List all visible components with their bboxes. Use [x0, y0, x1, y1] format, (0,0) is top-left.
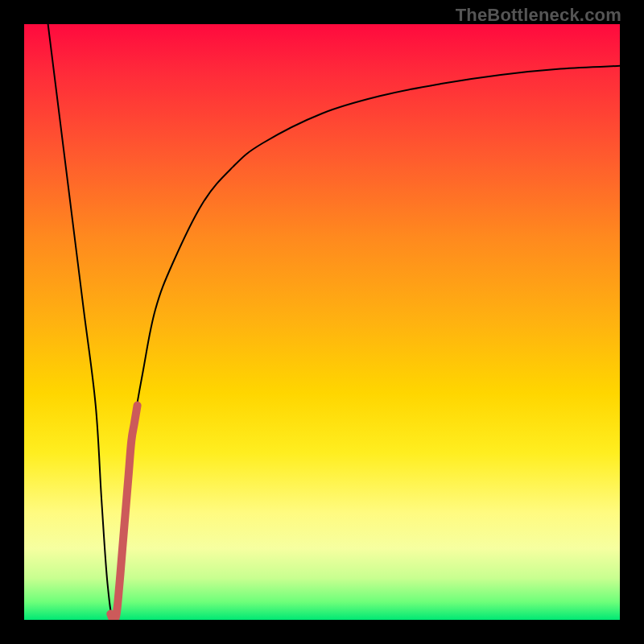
watermark-text: TheBottleneck.com [456, 5, 621, 26]
chart-frame: TheBottleneck.com [0, 0, 644, 644]
bottleneck-curve [48, 24, 620, 620]
highlight-segment [110, 406, 137, 620]
curve-layer [24, 24, 620, 620]
plot-area [24, 24, 620, 620]
